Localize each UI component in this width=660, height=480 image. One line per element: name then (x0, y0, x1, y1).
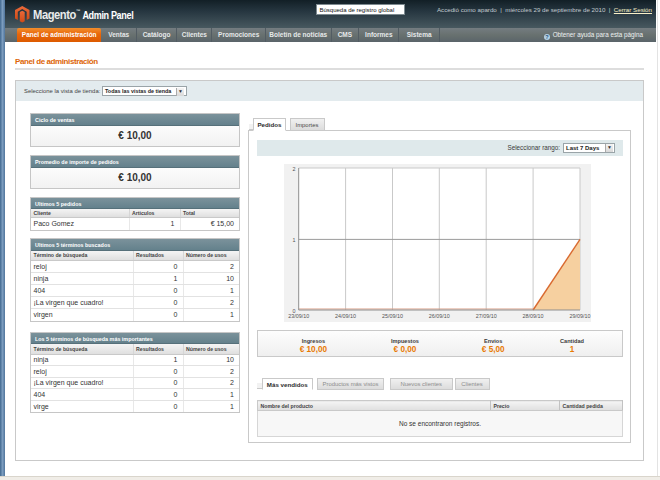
svg-text:1: 1 (293, 237, 296, 243)
svg-text:24/09/10: 24/09/10 (335, 313, 356, 319)
svg-text:2: 2 (293, 166, 296, 172)
svg-text:27/09/10: 27/09/10 (476, 313, 497, 319)
svg-text:28/09/10: 28/09/10 (523, 313, 544, 319)
svg-text:23/09/10: 23/09/10 (288, 313, 309, 319)
svg-text:25/09/10: 25/09/10 (382, 313, 403, 319)
svg-text:29/09/10: 29/09/10 (570, 313, 591, 319)
svg-text:26/09/10: 26/09/10 (429, 313, 450, 319)
